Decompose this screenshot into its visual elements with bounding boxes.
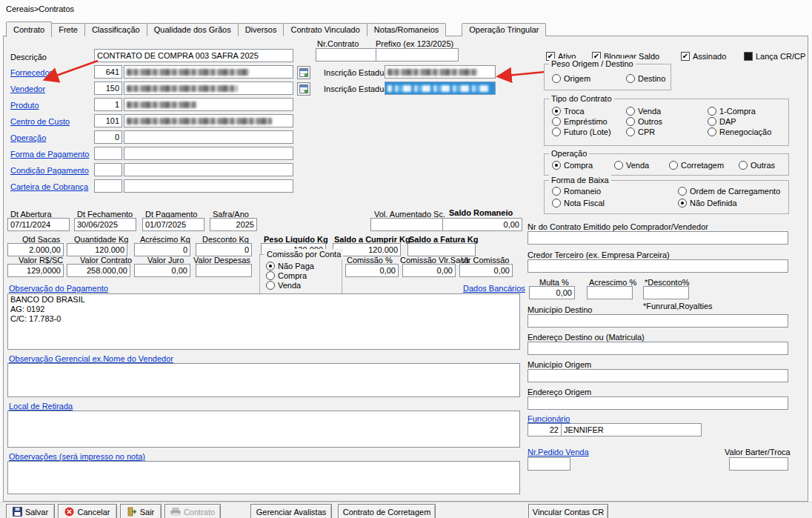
qtd-sacas-input[interactable]	[7, 243, 64, 256]
funcionario-name-input[interactable]	[561, 423, 702, 436]
radio-futuro-lote[interactable]: Futuro (Lote)	[552, 127, 626, 136]
multa-input[interactable]	[529, 286, 575, 299]
radio-nao-paga[interactable]: Não Paga	[266, 262, 342, 270]
acrescimo-pct-input[interactable]	[587, 286, 633, 299]
saldo-romaneio-input[interactable]	[442, 218, 522, 231]
condicao-pagamento-link[interactable]: Condição Pagamento	[10, 166, 89, 176]
municipio-destino-input[interactable]	[528, 314, 788, 328]
comissao-pct-input[interactable]	[345, 264, 399, 277]
radio-venda[interactable]: Venda	[266, 281, 342, 290]
sair-button[interactable]: Sair	[120, 504, 162, 518]
radio-renegociacao[interactable]: Renegociação	[708, 127, 788, 136]
credor-terceiro-input[interactable]	[528, 259, 788, 273]
radio-nota-fiscal[interactable]: Nota Fiscal	[552, 199, 678, 207]
checkbox-lanca-cr-cp[interactable]: Lança CR/CP	[744, 52, 805, 61]
forma-pagamento-link[interactable]: Forma de Pagamento	[10, 150, 89, 159]
desconto-kg-input[interactable]	[196, 243, 252, 256]
condicao-pagamento-name-input[interactable]	[124, 163, 293, 176]
condicao-pagamento-code-input[interactable]	[94, 163, 122, 176]
observacao-pagamento-textarea[interactable]: BANCO DO BRASIL AG: 0192 C/C: 17.783-0	[7, 293, 520, 350]
quantidade-kg-input[interactable]	[67, 243, 127, 256]
inscricao-estadual-1-redacted[interactable]	[385, 65, 496, 79]
endereco-origem-input[interactable]	[528, 396, 788, 410]
dt-pagamento-input[interactable]	[142, 218, 204, 231]
radio-compra[interactable]: Compra	[552, 161, 614, 170]
radio-outras[interactable]: Outras	[739, 161, 788, 170]
centro-custo-link[interactable]: Centro de Custo	[10, 117, 70, 127]
carteira-cobranca-link[interactable]: Carteira de Cobrança	[10, 182, 88, 192]
prefixo-input[interactable]	[376, 48, 459, 62]
funcionario-code-input[interactable]	[528, 423, 562, 436]
produto-name-redacted[interactable]	[124, 98, 293, 111]
vendedor-ie-lookup-button[interactable]	[297, 82, 310, 96]
checkbox-assinado[interactable]: Assinado	[681, 52, 726, 61]
valor-barter-input[interactable]	[729, 457, 788, 471]
radio-compra[interactable]: Compra	[266, 271, 342, 280]
radio-cpr[interactable]: CPR	[626, 127, 708, 136]
vincular-contas-cr-button[interactable]: Vincular Contas CR	[528, 504, 608, 518]
observacao-gerencial-textarea[interactable]	[7, 363, 520, 397]
tab-notas-romaneios[interactable]: Notas/Romaneios	[367, 23, 446, 36]
tab-operacao-tringular[interactable]: Operação Tringular	[462, 23, 546, 36]
forma-pagamento-name-input[interactable]	[124, 147, 293, 160]
radio-origem[interactable]: Origem	[552, 74, 590, 83]
saldo-fatura-input[interactable]	[407, 243, 476, 256]
inscricao-estadual-2-redacted-selected[interactable]	[385, 82, 496, 95]
desconto-pct-input[interactable]	[643, 286, 689, 299]
radio-destino[interactable]: Destino	[626, 74, 665, 83]
nr-contrato-input[interactable]	[316, 48, 376, 62]
valor-despesas-input[interactable]	[196, 264, 252, 277]
carteira-cobranca-code-input[interactable]	[94, 179, 122, 193]
radio-venda[interactable]: Venda	[614, 161, 669, 170]
radio-troca[interactable]: Troca	[552, 107, 626, 116]
tab-contrato-vinculado[interactable]: Contrato Vinculado	[283, 23, 367, 36]
forma-pagamento-code-input[interactable]	[94, 147, 122, 160]
produto-code-input[interactable]	[94, 98, 122, 111]
radio-1-compra[interactable]: 1-Compra	[708, 107, 788, 116]
vlr-comissao-input[interactable]	[459, 264, 513, 277]
radio-emprestimo[interactable]: Empréstimo	[552, 117, 626, 126]
tab-contrato[interactable]: Contrato	[6, 21, 52, 37]
operacao-code-input[interactable]	[94, 130, 122, 144]
radio-romaneio[interactable]: Romaneio	[552, 187, 678, 196]
salvar-button[interactable]: Salvar	[6, 504, 55, 518]
vendedor-name-redacted[interactable]	[124, 82, 293, 95]
centro-custo-code-input[interactable]	[94, 114, 122, 127]
valor-rs-sc-input[interactable]	[7, 264, 64, 277]
tab-frete[interactable]: Frete	[51, 23, 85, 36]
observacoes-textarea[interactable]	[7, 461, 520, 494]
carteira-cobranca-name-input[interactable]	[124, 179, 293, 193]
radio-venda[interactable]: Venda	[626, 107, 708, 116]
centro-custo-name-redacted[interactable]	[124, 114, 293, 127]
dt-abertura-input[interactable]	[7, 218, 70, 231]
vol-aumentado-input[interactable]	[370, 218, 445, 231]
produto-link[interactable]: Produto	[10, 101, 39, 110]
dt-fechamento-input[interactable]	[74, 218, 136, 231]
operacao-name-input[interactable]	[124, 130, 293, 144]
observacao-pagamento-link[interactable]: Observação do Pagamento	[9, 284, 108, 293]
tab-diversos[interactable]: Diversos	[238, 23, 284, 36]
fornecedor-name-redacted[interactable]	[124, 65, 293, 79]
descricao-input[interactable]	[94, 49, 293, 62]
valor-contrato-input[interactable]	[67, 264, 130, 277]
operacao-link[interactable]: Operação	[10, 133, 46, 143]
cancelar-button[interactable]: Cancelar	[58, 504, 117, 518]
municipio-origem-input[interactable]	[528, 369, 788, 382]
endereco-destino-input[interactable]	[528, 342, 788, 355]
comissao-vlr-saca-input[interactable]	[402, 264, 456, 277]
radio-dap[interactable]: DAP	[708, 117, 788, 126]
tab-classificacao[interactable]: Classificação	[84, 23, 147, 36]
contrato-corretagem-button[interactable]: Contrato de Corretagem	[338, 504, 436, 518]
nr-pedido-venda-input[interactable]	[528, 457, 570, 471]
dados-bancarios-link[interactable]: Dados Bancários	[463, 284, 525, 293]
fornecedor-ie-lookup-button[interactable]	[297, 66, 310, 79]
tab-qualidade-dos-graos[interactable]: Qualidade dos Grãos	[147, 23, 239, 36]
local-retirada-textarea[interactable]	[7, 411, 520, 448]
valor-juro-input[interactable]	[134, 264, 190, 277]
acrescimo-kg-input[interactable]	[134, 243, 190, 256]
gerenciar-avalistas-button[interactable]: Gerenciar Avalistas	[250, 504, 332, 518]
nr-pedido-venda-link[interactable]: Nr.Pedido Venda	[528, 448, 589, 457]
radio-corretagem[interactable]: Corretagem	[669, 161, 739, 170]
radio-ordem-de-carregamento[interactable]: Ordem de Carregamento	[678, 187, 788, 196]
radio-outros[interactable]: Outros	[626, 117, 708, 126]
